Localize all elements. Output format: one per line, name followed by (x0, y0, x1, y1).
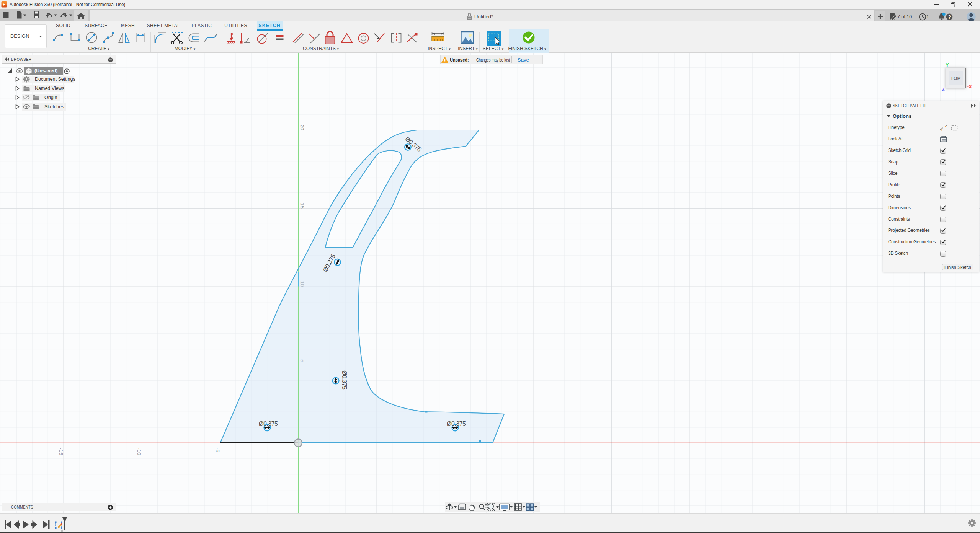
svg-text:-10: -10 (136, 448, 142, 455)
svg-text:15: 15 (299, 203, 305, 209)
svg-text:20: 20 (299, 125, 305, 130)
svg-text:F: F (3, 2, 5, 7)
svg-text:-5: -5 (215, 448, 220, 452)
svg-text:Ø0.375: Ø0.375 (341, 370, 348, 390)
svg-text:Ø0.375: Ø0.375 (447, 421, 466, 427)
svg-text:?: ? (948, 15, 951, 20)
svg-text:Ø0.375: Ø0.375 (259, 421, 278, 427)
svg-text:-15: -15 (58, 448, 64, 455)
